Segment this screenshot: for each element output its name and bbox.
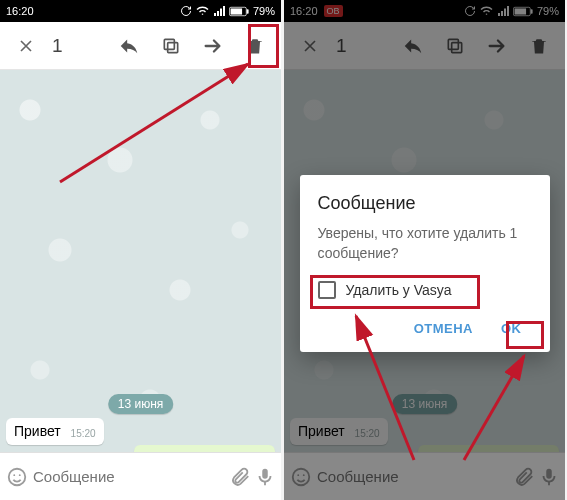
reply-button[interactable]	[109, 26, 149, 66]
message-outgoing[interactable]: Как дела? 15:20 ✓✓	[134, 445, 275, 452]
battery-icon	[229, 6, 249, 17]
chat-area[interactable]: 13 июня Привет 15:20 Как дела? 15:20 ✓✓	[0, 70, 281, 452]
date-separator: 13 июня	[108, 394, 174, 414]
attach-button[interactable]	[227, 459, 252, 495]
dialog-actions: ОТМЕНА OK	[318, 313, 532, 344]
status-bar: 16:20 79%	[0, 0, 281, 22]
wifi-icon	[196, 5, 209, 17]
delete-confirm-dialog: Сообщение Уверены, что хотите удалить 1 …	[300, 175, 550, 352]
svg-point-5	[8, 468, 25, 485]
status-clock: 16:20	[6, 5, 34, 17]
dialog-scrim[interactable]: Сообщение Уверены, что хотите удалить 1 …	[284, 0, 565, 500]
message-input[interactable]	[29, 468, 227, 485]
phone-left: 16:20 79% 1 13 июня Привет 15:20	[0, 0, 281, 500]
message-text: Привет	[14, 423, 61, 439]
dialog-cancel-button[interactable]: ОТМЕНА	[404, 313, 483, 344]
phone-right: 16:20 OB 79% 1 13 июня Привет 15:20 Как …	[284, 0, 565, 500]
sync-icon	[180, 5, 192, 17]
checkbox-icon[interactable]	[318, 281, 336, 299]
composer	[0, 452, 281, 500]
message-time: 15:20	[71, 428, 96, 439]
battery-percent: 79%	[253, 5, 275, 17]
forward-button[interactable]	[193, 26, 233, 66]
selected-count: 1	[52, 35, 63, 57]
svg-rect-4	[164, 39, 174, 49]
svg-point-6	[13, 474, 15, 476]
emoji-button[interactable]	[4, 459, 29, 495]
dialog-title: Сообщение	[318, 193, 532, 214]
checkbox-label: Удалить у Vasya	[346, 282, 452, 298]
mic-button[interactable]	[252, 459, 277, 495]
selection-toolbar: 1	[0, 22, 281, 70]
dialog-checkbox-row[interactable]: Удалить у Vasya	[318, 277, 532, 309]
message-incoming[interactable]: Привет 15:20	[6, 418, 104, 445]
svg-rect-3	[168, 42, 178, 52]
svg-point-7	[18, 474, 20, 476]
message-text: Как дела?	[142, 450, 207, 452]
dialog-ok-button[interactable]: OK	[491, 313, 532, 344]
close-selection-button[interactable]	[6, 26, 46, 66]
delete-button[interactable]	[235, 26, 275, 66]
signal-icon	[213, 5, 225, 17]
svg-rect-2	[231, 8, 243, 14]
svg-rect-1	[247, 9, 249, 14]
dialog-body: Уверены, что хотите удалить 1 сообщение?	[318, 224, 532, 263]
copy-button[interactable]	[151, 26, 191, 66]
